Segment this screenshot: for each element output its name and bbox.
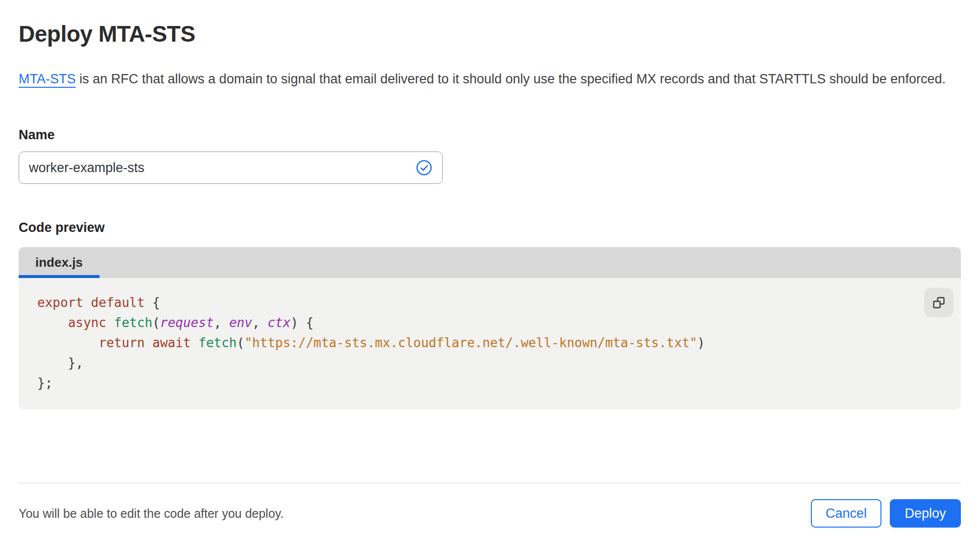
check-circle-icon (416, 159, 432, 176)
tab-index-js[interactable]: index.js (19, 247, 100, 278)
name-label: Name (19, 127, 961, 143)
code-line: async fetch(request, env, ctx) { (37, 313, 961, 333)
code-preview-label: Code preview (19, 220, 961, 235)
description-text: MTA-STS is an RFC that allows a domain t… (19, 68, 960, 90)
footer-actions: Cancel Deploy (811, 499, 961, 528)
code-preview-card: index.js export default { async fetch(re… (19, 247, 961, 409)
copy-icon (931, 295, 946, 310)
code-line: }, (37, 353, 961, 373)
tab-label: index.js (35, 255, 83, 270)
deploy-mta-sts-page: Deploy MTA-STS MTA-STS is an RFC that al… (0, 0, 980, 558)
cancel-button[interactable]: Cancel (811, 499, 881, 528)
name-input-wrapper (19, 152, 443, 184)
deploy-note: You will be able to edit the code after … (19, 507, 284, 521)
description-rest: is an RFC that allows a domain to signal… (76, 72, 946, 86)
code-tab-bar: index.js (19, 247, 961, 278)
code-editor: export default { async fetch(request, en… (19, 278, 961, 409)
deploy-button[interactable]: Deploy (890, 499, 961, 528)
footer-divider (19, 482, 961, 483)
code-line: export default { (37, 293, 961, 313)
mta-sts-link[interactable]: MTA-STS (19, 72, 76, 86)
code-line: }; (37, 373, 961, 393)
code-line: return await fetch("https://mta-sts.mx.c… (37, 333, 961, 353)
page-title: Deploy MTA-STS (19, 21, 961, 47)
footer-bar: You will be able to edit the code after … (19, 499, 961, 528)
name-input[interactable] (19, 152, 416, 183)
code-lines: export default { async fetch(request, en… (37, 293, 961, 393)
copy-code-button[interactable] (924, 288, 954, 317)
